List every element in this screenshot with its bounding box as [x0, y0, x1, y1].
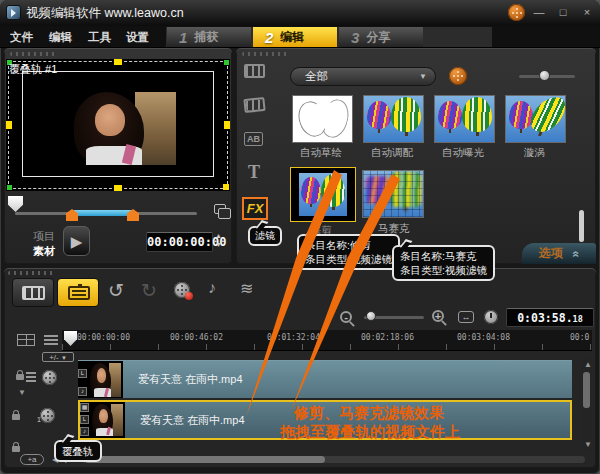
overlay-track-tooltip: 覆叠轨: [54, 440, 102, 462]
scroll-up-icon[interactable]: ▲: [584, 360, 592, 369]
ruler-tick-label: 00:00:00:00: [77, 333, 130, 342]
menu-edit[interactable]: 编辑: [49, 30, 72, 45]
app-window: 视频编辑软件 www.leawo.cn — □ × 文件 编辑 工具 设置 1 …: [0, 0, 600, 474]
undo-icon[interactable]: ↺: [108, 279, 124, 302]
filter-chip: ▦: [80, 403, 89, 412]
instant-project-icon[interactable]: [243, 97, 265, 113]
overlay-track-lock-icon[interactable]: [12, 414, 20, 420]
scroll-down-icon[interactable]: ▼: [584, 440, 592, 449]
chapter-list-icon[interactable]: [44, 335, 58, 345]
vertical-scrollbar-thumb[interactable]: [583, 372, 590, 408]
ripple-edit-icon[interactable]: ≋: [240, 279, 253, 298]
filter-thumb-auto-sketch[interactable]: [292, 95, 353, 143]
zoom-in-icon[interactable]: +: [432, 310, 444, 322]
menu-tools[interactable]: 工具: [88, 30, 111, 45]
resize-handle-br[interactable]: [223, 184, 229, 190]
menu-settings[interactable]: 设置: [126, 30, 149, 45]
add-track-button[interactable]: +a: [20, 454, 44, 465]
timeline-zoom-slider-thumb[interactable]: [366, 311, 376, 321]
ruler-tick-label: 00:02:18:06: [361, 333, 414, 342]
project-mode-label[interactable]: 项目: [33, 229, 55, 244]
transition-library-icon[interactable]: AB: [244, 132, 263, 146]
filter-label: 漩涡: [524, 146, 545, 160]
filter-category-dropdown[interactable]: 全部 ▼: [290, 67, 436, 86]
overlay-track-icon[interactable]: [40, 408, 55, 423]
title-library-icon[interactable]: T: [248, 162, 260, 183]
preview-timecode[interactable]: 00:00:00:00: [146, 232, 213, 252]
redo-icon[interactable]: ↻: [141, 279, 157, 302]
ruler-tick-label: 00:00:46:02: [170, 333, 223, 342]
thumbnail-size-slider-thumb[interactable]: [539, 70, 550, 81]
preview-panel: 覆叠轨 #1 项目 素材 ▶ 00:00:00:00: [4, 48, 232, 264]
zoom-out-icon[interactable]: -: [340, 311, 352, 323]
record-capture-icon[interactable]: [174, 282, 190, 298]
panel-gripper: [8, 271, 54, 275]
pan-zoom-chip: L: [80, 415, 89, 424]
trim-item-tooltip: 条目名称:修剪 条目类型:视频滤镜: [297, 234, 400, 270]
media-library-icon[interactable]: [244, 64, 265, 78]
chevron-down-icon: ▼: [419, 72, 427, 81]
trim-range-bar[interactable]: [74, 210, 133, 216]
panel-gripper: [10, 52, 56, 56]
title-track-lock-icon[interactable]: [12, 446, 20, 452]
enlarge-preview-icon[interactable]: [214, 204, 226, 214]
filter-thumb-whirlpool[interactable]: [505, 95, 566, 143]
filter-thumb-trim-selected[interactable]: [290, 167, 356, 222]
menu-file[interactable]: 文件: [10, 30, 33, 45]
filter-thumb-auto-tone[interactable]: [363, 95, 424, 143]
sound-mixer-icon[interactable]: ♪: [208, 279, 216, 297]
filter-library-button[interactable]: FX: [242, 197, 268, 220]
minimize-button[interactable]: —: [530, 4, 548, 21]
preview-viewport: 覆叠轨 #1: [6, 59, 230, 191]
maximize-button[interactable]: □: [554, 4, 572, 21]
video-track-lock-icon[interactable]: [16, 374, 24, 380]
annotation-line-2: 拖拽至覆叠轨的视频文件上: [280, 423, 460, 442]
ruler-tick-label: 00:03:04:08: [457, 333, 510, 342]
library-panel: AB T FX 滤镜 全部 ▼ 自动草绘 自动调配 自动曝光 漩涡: [236, 48, 596, 264]
horizontal-scrollbar-thumb[interactable]: [85, 456, 325, 463]
rotate-handle-bl[interactable]: [7, 185, 12, 190]
material-mode-label[interactable]: 素材: [33, 244, 55, 259]
resize-handle-top[interactable]: [114, 59, 122, 65]
collapse-chevron-icon: «: [569, 250, 583, 257]
timeline-view-button[interactable]: [57, 278, 99, 307]
rotate-handle-tr[interactable]: [224, 60, 229, 65]
clip-filename: 爱有天意 在雨中.mp4: [140, 402, 245, 438]
filter-label: 自动曝光: [442, 146, 484, 160]
video-track-icon[interactable]: [42, 370, 57, 385]
close-button[interactable]: ×: [578, 4, 596, 21]
gallery-scrollbar[interactable]: [579, 210, 584, 242]
clip-filename: 爱有天意 在雨中.mp4: [138, 361, 243, 398]
play-button[interactable]: ▶: [63, 226, 90, 256]
tab-capture[interactable]: 1 捕获: [167, 27, 251, 47]
window-title: 视频编辑软件 www.leawo.cn: [26, 5, 184, 22]
project-duration-display[interactable]: 0:03:58.18: [506, 308, 594, 327]
track-collapse-icon[interactable]: ▼: [18, 388, 26, 397]
tab-share[interactable]: 3 分享: [339, 27, 423, 47]
preview-playhead[interactable]: [8, 196, 23, 212]
gallery-reel-button[interactable]: [449, 67, 467, 85]
tab-edit[interactable]: 2 编辑: [253, 27, 337, 47]
stepper-up-icon[interactable]: ▲: [215, 231, 222, 240]
storyboard-view-button[interactable]: [12, 278, 54, 307]
timeline-ruler[interactable]: 00:00:00:00 00:00:46:02 00:01:32:04 00:0…: [62, 330, 592, 351]
audio-chip: ♪: [80, 427, 89, 436]
resize-handle-bottom[interactable]: [114, 185, 122, 191]
mosaic-item-tooltip: 条目名称:马赛克 条目类型:视频滤镜: [392, 245, 495, 281]
filter-thumb-auto-exposure[interactable]: [434, 95, 495, 143]
duration-clock-icon[interactable]: [484, 310, 498, 324]
track-manager-icon[interactable]: [17, 334, 35, 346]
timecode-stepper[interactable]: ▲ ▼: [215, 231, 222, 249]
annotation-line-1: 修剪、马赛克滤镜效果: [294, 404, 444, 423]
ruler-tick-label: 00:0: [570, 333, 589, 342]
video-track-clip[interactable]: L ♪ 爱有天意 在雨中.mp4: [78, 360, 572, 398]
resize-handle-left[interactable]: [6, 121, 12, 129]
fit-timeline-icon[interactable]: ↔: [458, 311, 474, 323]
resize-handle-right[interactable]: [224, 121, 230, 129]
menu-bar: 文件 编辑 工具 设置 1 捕获 2 编辑 3 分享: [0, 26, 600, 48]
video-frame-image: [63, 92, 176, 165]
stepper-down-icon[interactable]: ▼: [215, 240, 222, 249]
track-add-remove-button[interactable]: +/- ▼: [42, 352, 74, 362]
filter-thumb-mosaic[interactable]: [362, 170, 424, 218]
options-button[interactable]: 选项 «: [522, 243, 596, 264]
